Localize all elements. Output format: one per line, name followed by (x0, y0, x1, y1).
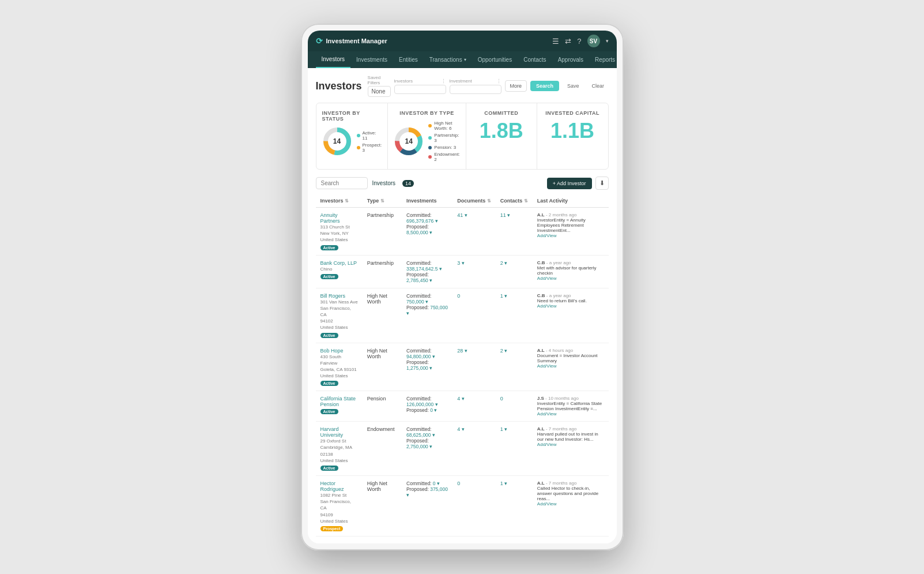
doc-badge-4[interactable]: 4 ▾ (457, 396, 465, 402)
nav-item-investments[interactable]: Investments (350, 52, 393, 67)
investor-name-5[interactable]: Harvard University (320, 426, 358, 438)
doc-badge-1[interactable]: 3 ▾ (457, 260, 465, 266)
committed-link-2[interactable]: 750,000 ▾ (406, 299, 428, 305)
doc-badge-0[interactable]: 41 ▾ (457, 212, 467, 218)
contacts-sort-icon[interactable]: ⇅ (524, 198, 528, 204)
doc-badge-3[interactable]: 28 ▾ (457, 348, 467, 354)
nav-item-entities[interactable]: Entities (393, 52, 424, 67)
investors-sort-icon[interactable]: ⇅ (345, 198, 349, 204)
activity-init-5: A.L (537, 426, 545, 432)
shuffle-icon[interactable]: ⇄ (565, 37, 571, 46)
investors-filter-label: Investors (394, 78, 413, 84)
investment-filter-menu-icon[interactable]: ⋮ (496, 78, 501, 84)
nav-item-contacts[interactable]: Contacts (518, 52, 552, 67)
proposed-link-1[interactable]: 2,785,450 ▾ (406, 277, 432, 283)
activity-link-1[interactable]: Add/View (537, 276, 604, 281)
proposed-link-0[interactable]: 8,500,000 ▾ (406, 230, 432, 235)
proposed-link-2[interactable]: 750,000 ▾ (406, 305, 448, 316)
brand-logo: ⟳ Investment Manager (316, 36, 387, 46)
contacts-badge-4[interactable]: 0 (500, 396, 503, 402)
activity-link-6[interactable]: Add/View (537, 501, 604, 507)
doc-badge-6[interactable]: 0 (457, 481, 460, 486)
contacts-badge-5[interactable]: 1 ▾ (500, 426, 508, 432)
stat-status-title: INVESTOR BY STATUS (322, 110, 382, 122)
save-button[interactable]: Save (563, 81, 584, 91)
user-chevron-icon[interactable]: ▾ (606, 38, 609, 44)
proposed-link-5[interactable]: 2,750,000 ▾ (406, 444, 432, 449)
activity-link-3[interactable]: Add/View (537, 363, 604, 369)
proposed-link-6[interactable]: 375,000 ▾ (406, 486, 448, 498)
investor-name-6[interactable]: Hector Rodriguez (320, 481, 358, 492)
type-sort-icon[interactable]: ⇅ (380, 198, 384, 204)
status-badge-0: Active (320, 245, 338, 250)
table-row: Annuity Partners 313 Church StNew York, … (316, 208, 609, 256)
activity-info-0: A.L - 2 months ago (537, 212, 604, 217)
investor-name-2[interactable]: Bill Rogers (320, 293, 358, 299)
committed-link-6[interactable]: 0 ▾ (433, 481, 440, 486)
investment-filter-field[interactable] (452, 87, 499, 92)
status-badge-4: Active (320, 409, 338, 414)
contacts-badge-0[interactable]: 11 ▾ (500, 212, 511, 218)
investors-table: Investors ⇅ Type ⇅ Investments (316, 194, 609, 537)
col-documents: Documents ⇅ (452, 194, 496, 208)
proposed-link-4[interactable]: 0 ▾ (430, 407, 437, 413)
type-donut-label: 14 (405, 137, 413, 145)
contacts-badge-2[interactable]: 1 ▾ (500, 293, 508, 299)
committed-link-5[interactable]: 68,625,000 ▾ (406, 432, 435, 438)
prospect-dot (357, 146, 360, 149)
activity-init-6: A.L (537, 481, 545, 486)
committed-label-5: Committed: 68,625,000 ▾ (406, 426, 448, 438)
investor-name-3[interactable]: Bob Hope (320, 348, 358, 354)
activity-init-3: A.L (537, 348, 545, 353)
cell-investor-6: Hector Rodriguez 1082 Pine StSan Francis… (316, 476, 363, 537)
invested-value: 1.1B (550, 121, 594, 141)
add-investor-button[interactable]: + Add Investor (547, 178, 592, 189)
contacts-badge-1[interactable]: 2 ▾ (500, 260, 508, 266)
activity-link-5[interactable]: Add/View (537, 442, 604, 447)
investor-name-1[interactable]: Bank Corp, LLP (320, 260, 358, 266)
committed-label-4: Committed: 126,000,000 ▾ (406, 396, 448, 407)
help-icon[interactable]: ? (577, 37, 581, 46)
table-toolbar: Investors 14 + Add Investor ⬇ (316, 177, 609, 190)
cell-investor-0: Annuity Partners 313 Church StNew York, … (316, 208, 363, 256)
committed-link-4[interactable]: 126,000,000 ▾ (406, 402, 438, 407)
investor-name-0[interactable]: Annuity Partners (320, 212, 358, 224)
nav-item-investors[interactable]: Investors (316, 51, 351, 68)
contacts-badge-3[interactable]: 2 ▾ (500, 348, 508, 354)
active-dot (357, 134, 360, 137)
committed-link-1[interactable]: 338,174,642.5 ▾ (406, 266, 442, 272)
table-search-input[interactable] (316, 177, 368, 189)
documents-sort-icon[interactable]: ⇅ (487, 198, 491, 204)
doc-badge-5[interactable]: 4 ▾ (457, 426, 465, 432)
investors-filter-menu-icon[interactable]: ⋮ (441, 78, 446, 84)
proposed-link-3[interactable]: 1,275,000 ▾ (406, 365, 432, 371)
investors-filter-field[interactable] (397, 87, 443, 92)
transactions-chevron-icon: ▾ (464, 57, 466, 62)
investor-name-4[interactable]: California State Pension (320, 396, 358, 407)
nav-item-reports[interactable]: Reports ▾ (589, 52, 616, 67)
status-donut-label: 14 (333, 137, 341, 145)
clear-button[interactable]: Clear (587, 81, 609, 91)
investors-filter-input (394, 85, 446, 94)
menu-icon[interactable]: ☰ (552, 37, 559, 46)
user-avatar[interactable]: SV (587, 35, 600, 47)
cell-investments-4: Committed: 126,000,000 ▾ Proposed: 0 ▾ (402, 391, 452, 422)
committed-link-3[interactable]: 94,800,000 ▾ (406, 354, 435, 359)
nav-item-opportunities[interactable]: Opportunities (472, 52, 518, 67)
activity-link-4[interactable]: Add/View (537, 411, 604, 417)
cell-documents-4: 4 ▾ (452, 391, 496, 422)
search-button[interactable]: Search (530, 81, 559, 91)
nav-item-approvals[interactable]: Approvals (552, 52, 589, 67)
committed-link-0[interactable]: 696,379,676 ▾ (406, 218, 438, 224)
download-button[interactable]: ⬇ (595, 177, 609, 190)
nav-item-transactions[interactable]: Transactions ▾ (424, 52, 472, 67)
activity-link-0[interactable]: Add/View (537, 233, 604, 238)
saved-filters-select[interactable]: None (368, 86, 391, 97)
activity-time-5: - 7 months ago (546, 426, 576, 432)
activity-link-2[interactable]: Add/View (537, 303, 604, 309)
contacts-badge-6[interactable]: 1 ▾ (500, 481, 508, 486)
doc-badge-2[interactable]: 0 (457, 293, 460, 299)
cell-contacts-3: 2 ▾ (496, 343, 533, 391)
more-button[interactable]: More (505, 80, 527, 92)
activity-time-1: - a year ago (546, 260, 571, 265)
